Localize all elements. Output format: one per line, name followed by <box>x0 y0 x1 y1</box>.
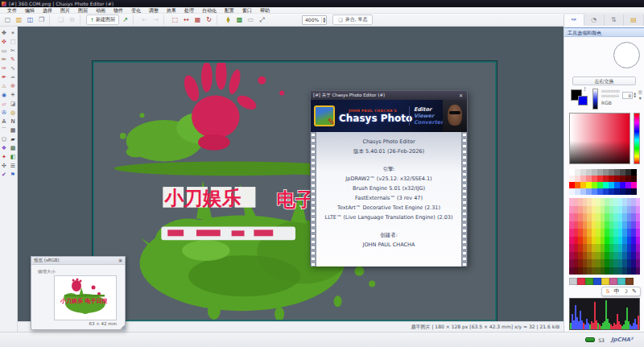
pencil-tool[interactable]: ✏ <box>0 56 8 64</box>
dodge-tool[interactable]: ◪ <box>9 100 17 108</box>
palette-cell[interactable] <box>592 169 597 176</box>
tab-layers[interactable]: ⇅ <box>605 14 625 26</box>
image-tools-button[interactable]: ▩ <box>234 14 245 25</box>
palette-cell[interactable] <box>625 182 631 188</box>
palette-cell[interactable] <box>625 188 631 195</box>
close-icon[interactable]: ✕ <box>457 91 464 100</box>
resize-button[interactable]: ↔ <box>181 14 192 25</box>
palette-cell[interactable] <box>620 176 625 182</box>
palette-cell[interactable] <box>603 182 609 188</box>
palette-cell[interactable] <box>592 176 597 182</box>
palette-cell[interactable] <box>636 237 641 245</box>
palette-cell[interactable] <box>625 169 631 176</box>
palette-cell[interactable] <box>625 176 631 182</box>
curve-tool[interactable]: ∿ <box>9 64 17 72</box>
swap-arrow-icon[interactable]: ⤴ <box>584 86 586 92</box>
sparkle-tool[interactable]: ✦ <box>0 153 8 161</box>
background-color-swatch[interactable] <box>578 96 588 105</box>
hist-source-button[interactable]: S <box>604 287 612 296</box>
text-tool[interactable]: A <box>0 118 8 126</box>
hue-bar[interactable] <box>634 113 640 164</box>
menu-item-8[interactable]: 调整 <box>145 7 163 14</box>
preview-panel-titlebar[interactable]: 预览 (sRGB) ▣ <box>31 257 125 265</box>
about-dialog-titlebar[interactable]: [#] 关于 Chasys Photo Editor (#) ✕ <box>311 91 467 100</box>
blend-mode-button[interactable]: ❏并合, 常态 <box>332 14 373 25</box>
palette-cell[interactable] <box>580 182 586 188</box>
menu-item-1[interactable]: 编辑 <box>21 7 39 14</box>
palette-cell[interactable] <box>620 188 625 195</box>
resize-grip[interactable]: ◢ <box>121 324 125 330</box>
palette-cell[interactable] <box>636 229 641 237</box>
palette-cell[interactable] <box>614 169 620 176</box>
palette-cell[interactable] <box>614 176 620 182</box>
node-tool[interactable]: N <box>9 118 17 126</box>
rotate-button[interactable]: ↻ <box>204 14 214 25</box>
palette-cell[interactable] <box>575 182 580 188</box>
hist-edit-button[interactable]: ✎ <box>630 287 638 296</box>
hist-night-button[interactable]: ☽ <box>621 287 630 296</box>
palette-cell[interactable] <box>609 176 614 182</box>
recent-color-cell[interactable] <box>577 278 585 285</box>
brush-tool[interactable]: ✑ <box>0 64 8 72</box>
cut-tool[interactable]: ✂ <box>9 47 17 55</box>
palette-cell[interactable] <box>569 169 575 176</box>
palette-cell[interactable] <box>636 206 641 214</box>
palette-cell[interactable] <box>636 221 641 229</box>
palette-cell[interactable] <box>609 188 614 195</box>
new-layer-button[interactable]: ↑新建图层 <box>86 14 119 25</box>
fill-tool[interactable]: ◍ <box>9 109 17 117</box>
menu-item-10[interactable]: 处理 <box>180 7 198 14</box>
pan-tool[interactable]: ✥ <box>0 29 8 37</box>
menu-item-11[interactable]: 自动化 <box>198 7 221 14</box>
palette-cell[interactable] <box>620 169 625 176</box>
recent-color-cell[interactable] <box>625 278 634 285</box>
palette-cell[interactable] <box>575 169 580 176</box>
menu-item-0[interactable]: 文件 <box>3 7 21 14</box>
menu-item-7[interactable]: 变化 <box>127 7 145 14</box>
spinner-arrows[interactable]: ▲▼ <box>634 92 636 98</box>
palette-cell[interactable] <box>614 182 620 188</box>
menu-item-2[interactable]: 选择 <box>39 7 56 14</box>
menu-item-9[interactable]: 效果 <box>163 7 180 14</box>
palette-cell[interactable] <box>631 169 637 176</box>
recent-color-cell[interactable] <box>609 278 617 285</box>
eraser-tool[interactable]: ▱ <box>0 100 8 108</box>
spinner-arrows-icon[interactable]: ▲▼ <box>321 17 326 23</box>
tab-tool-options[interactable]: ✑ <box>564 14 584 26</box>
menu-item-4[interactable]: 图层 <box>74 7 92 14</box>
palette-cell[interactable] <box>597 182 603 188</box>
tab-view[interactable]: ◔ <box>584 14 605 26</box>
menu-item-3[interactable]: 图片 <box>56 7 74 14</box>
recent-color-cell[interactable] <box>601 278 609 285</box>
panel-menu-icon[interactable]: ▣ <box>118 257 122 264</box>
recent-color-cell[interactable] <box>593 278 601 285</box>
tab-resources[interactable]: ▤ <box>624 14 644 26</box>
new-file-button[interactable]: ▢ <box>2 14 13 25</box>
color-spinner[interactable]: 0 <box>622 92 633 99</box>
palette-cell[interactable] <box>614 188 620 195</box>
flag-tool[interactable]: ⚑ <box>9 171 17 179</box>
grid-tool[interactable]: ▦ <box>9 126 17 134</box>
new-window-button[interactable]: ❐ <box>36 14 47 25</box>
zoom-tool[interactable]: ⌖ <box>9 29 17 37</box>
saturation-value-picker[interactable] <box>569 113 630 164</box>
palette-cell[interactable] <box>631 182 637 188</box>
palette-cell[interactable] <box>603 169 609 176</box>
menu-item-5[interactable]: 动画 <box>92 7 109 14</box>
palette-cell[interactable] <box>636 252 641 260</box>
polygon-tool[interactable]: ⬠ <box>0 135 8 143</box>
clone-tool[interactable]: ❊ <box>9 82 17 90</box>
import-image-button[interactable]: ↗ <box>120 14 130 25</box>
preview-thumbnail[interactable]: 小刀娱乐 电子日报 <box>54 275 117 320</box>
palette-cell[interactable] <box>603 176 609 182</box>
menu-item-13[interactable]: 窗口 <box>238 7 256 14</box>
save-file-button[interactable]: ◫ <box>25 14 35 25</box>
palette-cell[interactable] <box>580 169 586 176</box>
swap-colors-button[interactable]: 左右交换 <box>572 76 636 85</box>
color-mode-label[interactable]: RGB <box>601 100 625 105</box>
ink-tool[interactable]: ✒ <box>0 73 8 81</box>
palette-cell[interactable] <box>636 259 641 267</box>
recent-color-cell[interactable] <box>585 278 593 285</box>
open-file-button[interactable]: ▥ <box>14 14 24 25</box>
menu-item-12[interactable]: 配置 <box>221 7 238 14</box>
